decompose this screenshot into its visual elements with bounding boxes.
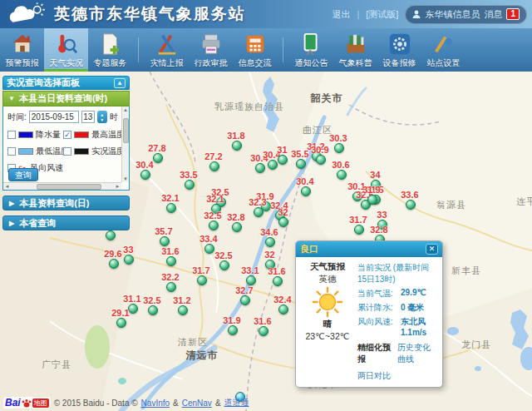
nav-item-disaster-report[interactable]: 灾情上报 — [145, 28, 189, 72]
nav-label: 行政审批 — [195, 57, 228, 69]
messages-label[interactable]: 消息 — [484, 8, 502, 21]
station-temperature-label: 32 — [278, 207, 288, 217]
close-icon[interactable]: ✕ — [426, 244, 438, 255]
section-hourly-body: 时间: ▲▼ 时 降水量 ✓ 最高温度 — [2, 106, 130, 191]
app-header: 英德市东华镇气象服务站 退出 | [测试版] 东华镇信息员 消息 1 — [0, 0, 532, 28]
nav-item-weather-live[interactable]: 天气实况 — [44, 28, 88, 72]
station-temperature-label: 30.6 — [332, 160, 349, 170]
vscroll-thumb[interactable] — [123, 118, 129, 143]
layer-min-temp[interactable]: 最低温度 — [7, 146, 63, 157]
nav-item-forecast[interactable]: 预警预报 — [0, 28, 44, 72]
station-temperature-label: 30.4 — [296, 176, 313, 186]
nav-item-science[interactable]: 气象科普 — [333, 28, 377, 72]
rainfall-color-swatch — [18, 131, 33, 138]
map-attribution: Bai 地图 © 2015 Baidu - Data © NavInfo & C… — [3, 397, 249, 409]
station-temperature-label: 31.6 — [161, 246, 179, 256]
station-dot-icon — [160, 236, 170, 246]
layer-live-temp[interactable]: 实况温度 — [63, 146, 119, 157]
section-province-header[interactable]: ▶ 本省查询 — [2, 215, 130, 230]
logout-link[interactable]: 退出 — [332, 8, 350, 21]
station-temperature-label: 32.5 — [143, 295, 160, 305]
row-value: 0 毫米 — [401, 302, 424, 314]
station-temperature-label: 32.1 — [161, 193, 179, 203]
hour-input[interactable] — [81, 111, 95, 123]
checkbox[interactable] — [7, 147, 16, 156]
vertical-scrollbar[interactable]: ▲ ▼ — [121, 106, 129, 182]
navinfo-link[interactable]: NavInfo — [141, 399, 170, 408]
scroll-left-icon[interactable]: ◄ — [3, 184, 11, 189]
station-dot-icon — [268, 160, 278, 170]
station-temperature-label: 29.6 — [104, 249, 121, 259]
popup-title: 良口 — [300, 243, 318, 255]
station-temperature-label: 27.2 — [204, 151, 222, 161]
history-curve-link[interactable]: 历史变化曲线 — [397, 342, 437, 365]
station-temperature-label: 30.3 — [329, 133, 347, 143]
station-temperature-label: 33.1 — [241, 265, 259, 275]
popup-body: 天气预报 英德 晴 23℃~32℃ 当前实 — [296, 257, 442, 387]
forecast-temp-range: 23℃~32℃ — [305, 331, 349, 341]
user-pill[interactable]: 东华镇信息员 消息 1 — [405, 5, 527, 24]
station-temperature-label: 31.9 — [223, 315, 240, 325]
amp: & — [173, 399, 179, 408]
station-temperature-label: 31.2 — [173, 295, 190, 305]
station-temperature-label: 33.4 — [200, 234, 217, 244]
layer-rainfall[interactable]: 降水量 — [7, 129, 63, 141]
scroll-right-icon[interactable]: ► — [114, 184, 121, 189]
nav-item-admin-approval[interactable]: 行政审批 — [189, 28, 233, 72]
fine-forecast-link[interactable]: 精细化预报 — [357, 342, 391, 365]
nav-item-notices[interactable]: 通知公告 — [289, 28, 333, 72]
date-input[interactable] — [29, 111, 79, 123]
query-button[interactable]: 查询 — [8, 168, 38, 181]
document-plus-icon — [99, 32, 122, 56]
nav-divider — [283, 37, 283, 62]
station-dot-icon — [153, 153, 163, 163]
nav-item-equipment-repair[interactable]: 设备报修 — [377, 28, 421, 72]
user-icon — [412, 10, 421, 18]
layer-max-temp[interactable]: ✓ 最高温度 — [63, 129, 119, 141]
station-dot-icon — [278, 155, 288, 165]
station-temperature-label: 31.9 — [362, 185, 380, 195]
copyright-text: © 2015 Baidu - Data © — [54, 399, 138, 408]
printer-icon — [200, 32, 223, 56]
baidu-logo-text: Bai — [5, 397, 21, 409]
cennav-link[interactable]: CenNav — [182, 399, 212, 408]
nav-item-site-settings[interactable]: 站点设置 — [421, 28, 466, 72]
map-canvas[interactable]: 乳源瑶族自治县韶关市曲江区翁源县连平县新丰县龙门县从化市清新区清远市广宁县 27… — [0, 72, 532, 411]
station-temperature-label: 32.4 — [273, 295, 291, 305]
station-temperature-label: 32.2 — [161, 272, 179, 282]
nav-item-special-service[interactable]: 专题服务 — [88, 28, 132, 72]
station-temperature-label: 30.4 — [135, 160, 153, 170]
nav-label: 气象科普 — [339, 57, 372, 69]
chevron-down-icon: ▼ — [8, 95, 15, 102]
section-daily-header[interactable]: ▶ 本县资料查询(日) — [2, 196, 130, 210]
station-dot-icon — [209, 220, 219, 230]
station-dot-icon — [232, 141, 242, 151]
nav-item-info-exchange[interactable]: 信息交流 — [233, 28, 277, 72]
layer-label: 降水量 — [36, 129, 61, 141]
baidu-logo[interactable]: Bai 地图 — [3, 397, 51, 409]
station-dot-icon — [232, 222, 242, 232]
checkbox[interactable] — [7, 131, 16, 139]
daodaotong-link[interactable]: 道道通 — [224, 397, 249, 409]
scroll-down-icon[interactable]: ▼ — [123, 176, 128, 182]
station-temperature-label: 31.8 — [227, 131, 244, 141]
station-dot-icon — [116, 318, 126, 328]
nav-label: 预警预报 — [6, 57, 39, 69]
section-hourly-header[interactable]: ▼ 本县当日资料查询(时) — [2, 91, 130, 106]
panel-header[interactable]: 实况查询选择面板 ▴ — [2, 76, 130, 90]
checkbox[interactable] — [63, 147, 71, 156]
brand: 英德市东华镇气象服务站 — [0, 2, 246, 27]
hscroll-thumb[interactable] — [37, 184, 101, 190]
two-day-compare-link[interactable]: 两日对比 — [357, 370, 391, 382]
checkbox-checked[interactable]: ✓ — [63, 131, 71, 139]
gear-repair-icon — [388, 32, 411, 56]
max-temp-color-swatch — [74, 131, 89, 138]
panel-collapse-button[interactable]: ▴ — [114, 78, 126, 88]
hour-spinner[interactable]: ▲▼ — [97, 111, 107, 123]
thermometer-search-icon — [55, 32, 78, 56]
chevron-right-icon: ▶ — [9, 220, 14, 227]
message-count-badge[interactable]: 1 — [506, 8, 520, 20]
header-right: 退出 | [测试版] 东华镇信息员 消息 1 — [332, 0, 527, 28]
horizontal-scrollbar[interactable]: ◄ ► — [3, 182, 121, 190]
scroll-up-icon[interactable]: ▲ — [123, 106, 128, 113]
